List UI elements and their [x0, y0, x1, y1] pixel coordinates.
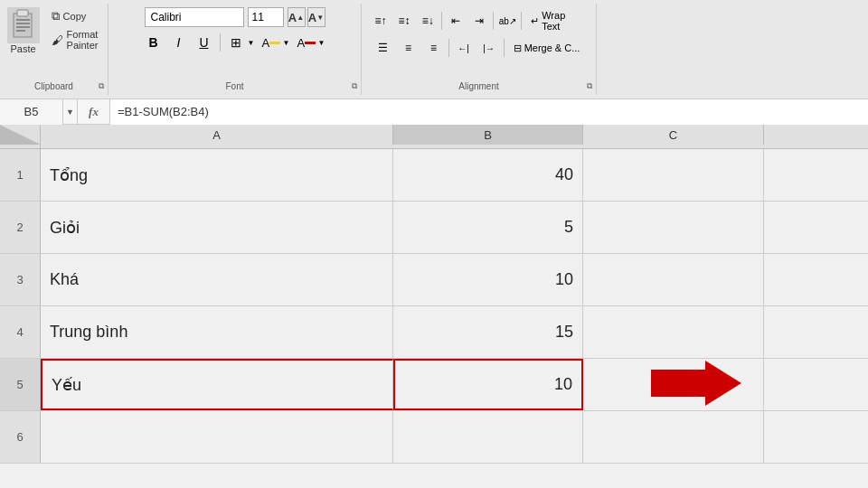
- alignment-group: ≡↑ ≡↕ ≡↓ ⇤ ⇥ ab↗ ↵ Wrap Text ☰ ≡ ≡ ←| |→…: [362, 4, 597, 95]
- col-header-c[interactable]: C: [583, 125, 764, 145]
- cell-b1[interactable]: 40: [393, 149, 583, 201]
- clipboard-expand-icon[interactable]: ⧉: [99, 81, 104, 91]
- font-size-input[interactable]: [248, 7, 284, 27]
- borders-button[interactable]: ⊞: [226, 33, 246, 52]
- rtl-button[interactable]: ←|: [453, 38, 475, 58]
- alignment-group-label: Alignment: [362, 81, 596, 91]
- cell-c6[interactable]: [583, 411, 764, 463]
- column-headers: A B C: [0, 125, 868, 149]
- spreadsheet: A B C 1 Tổng 40 2 Giỏi 5 3 Khá 10 4 Trun…: [0, 125, 868, 464]
- cell-b6[interactable]: [393, 411, 583, 463]
- cell-c1[interactable]: [583, 149, 764, 201]
- font-color-button[interactable]: A: [297, 33, 316, 52]
- cell-a3[interactable]: Khá: [41, 254, 393, 305]
- paste-button[interactable]: Paste: [7, 7, 40, 54]
- formula-bar: B5 ▼ fx: [0, 99, 868, 125]
- decrease-font-size-button[interactable]: A▼: [307, 7, 326, 27]
- svg-marker-7: [651, 361, 741, 406]
- divider5: [448, 39, 449, 57]
- italic-button[interactable]: I: [169, 33, 189, 52]
- font-name-input[interactable]: [145, 7, 244, 27]
- paste-label: Paste: [11, 43, 36, 54]
- clipboard-group: Paste ⧉ Copy 🖌 Format Painter Clipboard …: [0, 4, 108, 95]
- cell-reference-box[interactable]: B5: [0, 99, 63, 125]
- merge-button[interactable]: ⊟ Merge & C...: [508, 40, 586, 57]
- col-c-label: C: [669, 128, 677, 142]
- table-row: 2 Giỏi 5: [0, 202, 868, 254]
- cell-a2[interactable]: Giỏi: [41, 202, 393, 253]
- paste-icon: [7, 7, 40, 43]
- fill-color-button[interactable]: A: [261, 33, 281, 52]
- svg-rect-3: [16, 23, 30, 24]
- divider6: [504, 39, 505, 57]
- font-expand-icon[interactable]: ⧉: [352, 81, 357, 91]
- table-row: 3 Khá 10: [0, 254, 868, 306]
- fill-color-wrap: A ▼: [261, 33, 291, 52]
- align-center-button[interactable]: ≡: [398, 38, 420, 58]
- font-size-arrows: A▲ A▼: [288, 7, 326, 27]
- svg-rect-2: [16, 19, 30, 21]
- font-color-icon: A: [297, 36, 306, 50]
- svg-rect-1: [17, 10, 28, 16]
- ribbon: Paste ⧉ Copy 🖌 Format Painter Clipboard …: [0, 0, 868, 99]
- row-number-4: 4: [0, 306, 41, 358]
- divider4: [521, 12, 522, 30]
- cell-c4[interactable]: [583, 306, 764, 358]
- align-top-button[interactable]: ≡↑: [371, 11, 391, 31]
- font-color-dropdown[interactable]: ▼: [317, 33, 326, 52]
- divider2: [441, 12, 442, 30]
- bold-button[interactable]: B: [144, 33, 164, 52]
- font-row2: B I U ⊞ ▼ A ▼ A ▼: [144, 33, 326, 52]
- ltr-button[interactable]: |→: [478, 38, 500, 58]
- copy-button[interactable]: ⧉ Copy: [49, 7, 101, 25]
- align-left-button[interactable]: ☰: [373, 38, 394, 58]
- increase-font-size-button[interactable]: A▲: [288, 7, 306, 27]
- row-number-3: 3: [0, 254, 41, 305]
- align-row1: ≡↑ ≡↕ ≡↓ ⇤ ⇥ ab↗ ↵ Wrap Text: [371, 7, 587, 34]
- alignment-expand-icon[interactable]: ⧉: [587, 81, 592, 91]
- divider3: [493, 12, 494, 30]
- text-angle-button[interactable]: ab↗: [497, 11, 517, 31]
- cell-b2[interactable]: 5: [393, 202, 583, 253]
- format-painter-button[interactable]: 🖌 Format Painter: [49, 27, 101, 52]
- col-header-a[interactable]: A: [41, 125, 393, 145]
- cell-b4[interactable]: 15: [393, 306, 583, 358]
- fill-color-dropdown[interactable]: ▼: [282, 33, 291, 52]
- cell-ref-dropdown[interactable]: ▼: [63, 99, 78, 125]
- clipboard-group-label: Clipboard: [0, 81, 108, 91]
- formula-input[interactable]: [110, 99, 868, 125]
- align-middle-button[interactable]: ≡↕: [394, 11, 414, 31]
- align-right-button[interactable]: ≡: [423, 38, 445, 58]
- cell-b3[interactable]: 10: [393, 254, 583, 305]
- underline-button[interactable]: U: [194, 33, 214, 52]
- col-header-b[interactable]: B: [393, 125, 583, 145]
- cell-c2[interactable]: [583, 202, 764, 253]
- align-bottom-button[interactable]: ≡↓: [418, 11, 438, 31]
- cell-a5[interactable]: Yếu: [41, 359, 393, 410]
- cell-a6[interactable]: [41, 411, 393, 463]
- borders-wrap: ⊞ ▼: [226, 33, 256, 52]
- row-number-1: 1: [0, 149, 41, 201]
- row-number-6: 6: [0, 411, 41, 463]
- cell-b5[interactable]: 10: [393, 359, 583, 410]
- merge-label: Merge & C...: [524, 42, 580, 53]
- fill-icon: A: [262, 36, 270, 50]
- indent-decrease-button[interactable]: ⇤: [446, 11, 466, 31]
- cell-a4[interactable]: Trung bình: [41, 306, 393, 358]
- align-row2: ☰ ≡ ≡ ←| |→ ⊟ Merge & C...: [373, 38, 586, 58]
- row-number-5: 5: [0, 359, 41, 410]
- cell-c3[interactable]: [583, 254, 764, 305]
- copy-icon: ⧉: [52, 9, 60, 23]
- cell-ref-text: B5: [24, 105, 39, 118]
- font-group: A▲ A▼ B I U ⊞ ▼ A ▼ A: [108, 4, 362, 95]
- fx-icon: fx: [78, 99, 110, 125]
- indent-increase-button[interactable]: ⇥: [469, 11, 489, 31]
- wrap-text-button[interactable]: ↵ Wrap Text: [525, 7, 587, 34]
- format-painter-label: Format Painter: [67, 29, 99, 51]
- merge-icon: ⊟: [514, 42, 522, 54]
- row-number-2: 2: [0, 202, 41, 253]
- table-row: 4 Trung bình 15: [0, 306, 868, 359]
- format-painter-icon: 🖌: [52, 33, 63, 47]
- cell-a1[interactable]: Tổng: [41, 149, 393, 201]
- borders-dropdown[interactable]: ▼: [247, 33, 256, 52]
